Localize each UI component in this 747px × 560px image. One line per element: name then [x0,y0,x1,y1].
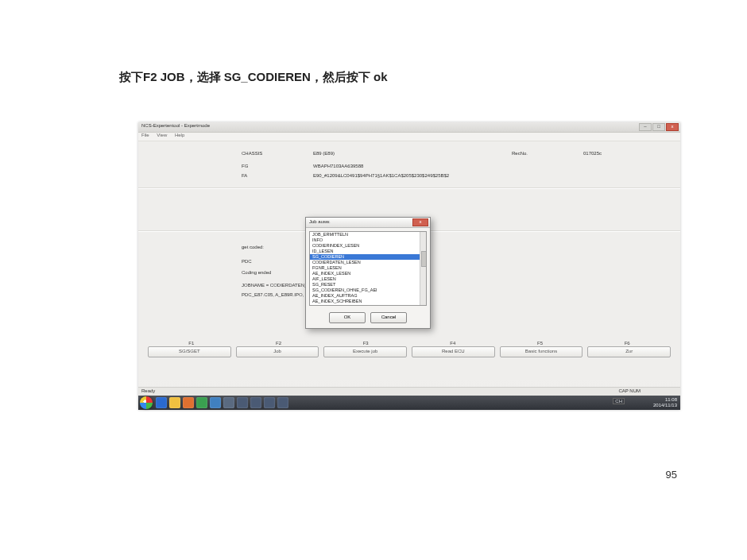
list-item-selected[interactable]: SG_CODIEREN [310,254,426,260]
menu-file[interactable]: File [141,133,149,137]
task-icon[interactable] [277,397,288,408]
minimize-button[interactable]: – [639,123,652,131]
task-icon[interactable] [250,397,261,408]
fkey-label: F3 [322,341,409,346]
label-chassis: CHASSIS [242,151,262,156]
list-item[interactable]: JOB_ERMITTELN [310,232,426,238]
status-right: CAP NUM [618,388,641,393]
listbox-scrollbar[interactable] [420,232,426,305]
label-coding-ended: Coding ended [242,270,271,275]
value-fa: E90_#1209&LC0491$94PH71§1AK$1CA$205$230$… [313,173,449,178]
start-button[interactable] [140,396,153,409]
function-key-row: F1 F2 F3 F4 F5 F6 SG/SGET Job Execute jo… [148,341,671,357]
f1-button[interactable]: SG/SGET [148,346,231,357]
f3-button[interactable]: Execute job [323,346,407,357]
list-item[interactable]: AE_INDEX_SCHREIBEN [310,299,426,304]
status-bar: Ready CAP NUM [138,387,680,396]
list-item[interactable]: ID_LESEN [310,249,426,254]
window-title: NCS-Expertentool - Expertmode [141,123,210,128]
instruction-text: 按下F2 JOB，选择 SG_CODIEREN，然后按下 ok [119,70,388,85]
value-chassis: E89 (E89) [313,151,335,156]
dialog-title: Job ausw. [309,219,331,224]
fkey-label: F6 [583,341,671,346]
fkey-label: F1 [148,341,235,346]
ok-button[interactable]: OK [329,312,366,323]
content-area: CHASSIS E89 (E89) RecNo. 017025c FG WBAP… [138,141,680,380]
task-icon[interactable] [210,397,221,408]
menu-view[interactable]: View [157,133,167,137]
fkey-label: F5 [497,341,584,346]
fkey-label: F4 [409,341,497,346]
language-indicator[interactable]: CH [613,398,625,404]
close-button[interactable]: x [666,123,679,131]
system-tray[interactable]: 11:08 2014/11/13 [653,397,677,408]
list-item[interactable]: FGNR_LESEN [310,265,426,271]
label-ecu: PDC [242,259,252,264]
label-fg: FG [242,164,248,168]
dialog-titlebar: Job ausw. x [306,218,430,228]
status-left: Ready [141,388,155,393]
task-icon[interactable] [196,397,207,408]
list-item[interactable]: AIF_LESEN [310,276,426,282]
window-titlebar: NCS-Expertentool - Expertmode – □ x [138,122,680,133]
label-get-coded: get coded: [242,245,264,249]
menu-help[interactable]: Help [175,133,184,137]
value-recno: 017025c [583,151,602,156]
list-item[interactable]: CODIERDATEN_LESEN [310,260,426,265]
f5-button[interactable]: Basic functions [500,346,583,357]
list-item[interactable]: AE_INDEX_AUFTRAG [310,293,426,299]
fkey-label: F2 [235,341,323,346]
list-item[interactable]: CODIERINDEX_LESEN [310,243,426,249]
list-item[interactable]: INFO [310,238,426,243]
ie-icon[interactable] [156,397,167,408]
task-icon[interactable] [223,397,234,408]
cancel-button[interactable]: Cancel [370,312,407,323]
value-fg: WBAPH7103AA639588 [313,164,363,168]
list-item[interactable]: SG_CODIEREN_OHNE_FG_AEI [310,288,426,293]
f2-button[interactable]: Job [236,346,319,357]
tray-time: 11:08 [665,397,677,402]
label-fa: FA [242,173,247,178]
f6-button[interactable]: Zur [587,346,671,357]
firefox-icon[interactable] [183,397,194,408]
f4-button[interactable]: Read ECU [412,346,495,357]
task-icon[interactable] [237,397,248,408]
dialog-close-button[interactable]: x [412,218,428,226]
label-recno: RecNo. [512,151,528,156]
screenshot-window: NCS-Expertentool - Expertmode – □ x File… [138,122,680,410]
tray-date: 2014/11/13 [653,403,677,407]
job-listbox[interactable]: JOB_ERMITTELN INFO CODIERINDEX_LESEN ID_… [309,231,427,306]
scrollbar-thumb[interactable] [421,251,427,267]
maximize-button[interactable]: □ [652,123,665,131]
task-icon[interactable] [264,397,275,408]
list-item[interactable]: AE_INDEX_LESEN [310,271,426,276]
taskbar: CH 11:08 2014/11/13 [138,396,680,410]
menubar: File View Help [138,133,680,141]
explorer-icon[interactable] [169,397,180,408]
job-select-dialog: Job ausw. x JOB_ERMITTELN INFO CODIERIND… [305,217,431,329]
page-number: 95 [666,469,677,481]
list-item[interactable]: SG_RESET [310,282,426,288]
